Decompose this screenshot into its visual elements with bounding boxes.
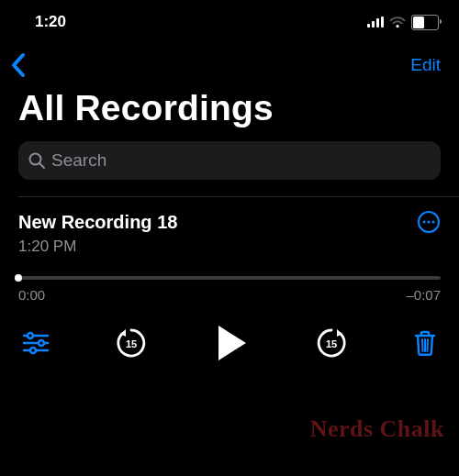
status-time: 1:20 (35, 13, 66, 31)
playback-scrubber[interactable] (18, 276, 441, 280)
search-icon (28, 151, 46, 170)
playback-options-button[interactable] (22, 331, 50, 355)
more-options-button[interactable] (417, 210, 441, 234)
svg-point-3 (422, 220, 425, 223)
skip-forward-seconds-label: 15 (326, 338, 337, 349)
elapsed-time: 0:00 (18, 287, 45, 303)
svg-line-14 (428, 339, 429, 351)
status-indicators (367, 15, 439, 30)
svg-line-12 (422, 339, 423, 351)
edit-button[interactable]: Edit (410, 55, 441, 75)
svg-point-4 (427, 220, 430, 223)
page-title: All Recordings (0, 86, 459, 141)
playback-controls: 15 15 (0, 303, 459, 374)
svg-point-5 (431, 220, 434, 223)
skip-forward-15-button[interactable]: 15 (314, 326, 349, 360)
time-labels: 0:00 –0:07 (0, 280, 459, 303)
wifi-icon (389, 17, 406, 28)
recording-item[interactable]: New Recording 18 1:20 PM (0, 197, 459, 256)
remaining-time: –0:07 (406, 287, 441, 303)
svg-point-10 (39, 340, 44, 346)
watermark: Nerds Chalk (310, 415, 444, 443)
recording-timestamp: 1:20 PM (18, 238, 441, 256)
skip-back-15-button[interactable]: 15 (114, 326, 149, 360)
search-field[interactable]: Search (18, 141, 441, 180)
cellular-signal-icon (367, 17, 384, 28)
play-button[interactable] (213, 323, 250, 363)
svg-line-1 (39, 163, 44, 168)
recording-title: New Recording 18 (18, 212, 177, 233)
status-bar: 1:20 (0, 0, 459, 39)
back-button[interactable] (9, 51, 29, 79)
svg-point-11 (30, 348, 36, 353)
battery-icon (411, 15, 439, 30)
scrubber-thumb[interactable] (15, 274, 22, 282)
skip-back-seconds-label: 15 (126, 338, 137, 349)
delete-button[interactable] (413, 329, 437, 357)
search-placeholder: Search (51, 150, 106, 171)
svg-point-9 (28, 333, 33, 338)
nav-bar: Edit (0, 39, 459, 86)
